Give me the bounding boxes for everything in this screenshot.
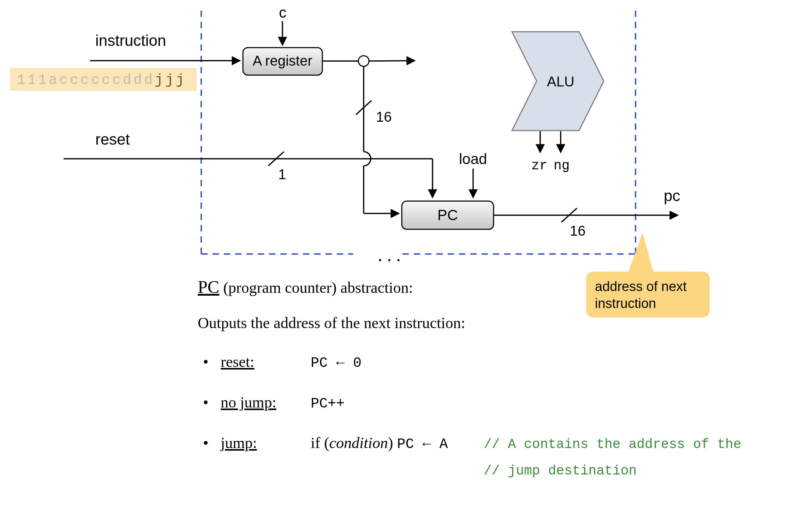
- svg-text:•: •: [203, 394, 208, 411]
- reset-label: reset: [95, 131, 130, 148]
- bullet-jump-label: jump:: [220, 434, 257, 452]
- svg-text:•: •: [203, 434, 208, 452]
- instruction-bits: 111accccccdddjjj: [17, 72, 186, 88]
- svg-text:PC (program counter) abstracti: PC (program counter) abstraction:: [198, 277, 413, 297]
- alu-label: ALU: [547, 74, 574, 89]
- heading-rest: (program counter) abstraction:: [219, 279, 413, 296]
- reset-wire: [64, 159, 433, 198]
- a-register-label: A register: [253, 53, 312, 68]
- junction-node: [358, 56, 369, 66]
- areg-right-wire: [369, 61, 415, 61]
- bus16-label-upper: 16: [376, 109, 392, 125]
- load-label: load: [459, 151, 487, 167]
- areg-down-wire: [364, 66, 399, 213]
- bullet-reset-code: PC ← 0: [311, 355, 362, 371]
- svg-text:address of next: address of next: [595, 279, 687, 294]
- svg-text:if (condition) PC ← A: if (condition) PC ← A: [311, 434, 448, 452]
- pc-out-label: pc: [664, 187, 680, 204]
- svg-text:instruction: instruction: [595, 296, 656, 311]
- bullet-nojump-code: PC++: [311, 396, 345, 412]
- pc-box-label: PC: [437, 207, 458, 223]
- svg-text:•: •: [203, 353, 208, 370]
- instruction-label: instruction: [95, 32, 166, 49]
- callout-address: address of next instruction: [586, 233, 710, 318]
- bullet-jump-comment2: // jump destination: [484, 463, 637, 478]
- a-register-block: A register: [243, 48, 322, 75]
- bullet-reset-label: reset:: [221, 353, 254, 370]
- boundary-dots: . . .: [378, 245, 401, 265]
- zr-label: zr: [531, 158, 548, 173]
- pc-block: PC: [402, 201, 494, 229]
- alu-block: ALU: [512, 32, 604, 131]
- line-outputs: Outputs the address of the next instruct…: [198, 314, 465, 332]
- bus16-label-lower: 16: [570, 223, 586, 238]
- ng-label: ng: [554, 158, 570, 173]
- c-label: c: [279, 4, 286, 21]
- bullet-nojump-label: no jump:: [221, 394, 276, 411]
- bus1-label: 1: [278, 167, 286, 182]
- bullet-jump-comment1: // A contains the address of the: [484, 437, 741, 452]
- heading-pc: PC: [198, 277, 219, 297]
